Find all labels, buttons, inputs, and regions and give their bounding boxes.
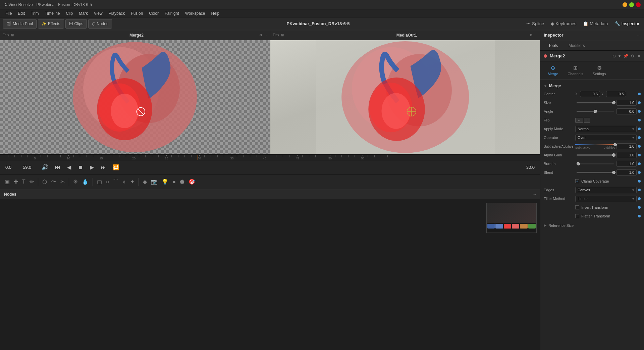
blend-value[interactable]: 1.0 <box>616 169 637 176</box>
viewer-icon-left[interactable]: ⊞ <box>11 33 14 37</box>
node-expand-btn[interactable]: ▾ <box>619 54 621 58</box>
clamp-coverage-dot[interactable] <box>638 180 641 183</box>
move-tool[interactable]: ✚ <box>12 177 19 186</box>
edges-dot[interactable] <box>638 189 641 191</box>
menu-file[interactable]: File <box>3 10 14 16</box>
flatten-transform-checkbox[interactable]: Flatten Transform <box>575 214 637 218</box>
tool-tab-channels[interactable]: ⊞ Channels <box>564 63 587 77</box>
stop-button[interactable]: ⏹ <box>76 163 85 172</box>
viewer-icon-right[interactable]: ⊞ <box>281 33 284 37</box>
tab-tools[interactable]: Tools <box>543 42 563 50</box>
viewer-more-left[interactable]: ··· <box>264 33 267 37</box>
effects-button[interactable]: ✨ Effects <box>38 19 64 29</box>
node-close-btn[interactable]: ✕ <box>637 54 641 58</box>
menu-fusion[interactable]: Fusion <box>128 10 146 16</box>
node-pin-btn[interactable]: 📌 <box>623 54 628 58</box>
rect-tool[interactable]: ▢ <box>96 177 103 186</box>
tool-tab-settings[interactable]: ⚙ Settings <box>589 63 610 77</box>
media-pool-button[interactable]: 🎬 Media Pool <box>3 19 37 29</box>
metadata-button[interactable]: 📋 Metadata <box>581 20 610 28</box>
text-tool[interactable]: T <box>21 178 27 186</box>
flatten-transform-box[interactable] <box>575 214 579 218</box>
bezier-tool[interactable]: ⌒ <box>112 177 120 187</box>
blend-slider[interactable] <box>577 172 614 173</box>
volume-icon[interactable]: 🔊 <box>40 163 50 172</box>
spline-tool[interactable]: 〜 <box>50 177 58 187</box>
menu-color[interactable]: Color <box>146 10 161 16</box>
invert-transform-checkbox[interactable]: Invert Transform <box>575 205 637 209</box>
menu-view[interactable]: View <box>91 10 105 16</box>
angle-value[interactable]: 0.0 <box>616 108 637 114</box>
clips-button[interactable]: 🎞 Clips <box>65 19 87 29</box>
3d-tool[interactable]: ◆ <box>142 177 148 186</box>
minimize-button[interactable] <box>623 2 627 7</box>
merge-section-header[interactable]: ▼ Merge <box>540 82 644 90</box>
alpha-gain-slider[interactable] <box>577 154 614 156</box>
filter-method-dropdown[interactable]: Linear ▾ <box>575 196 637 202</box>
menu-edit[interactable]: Edit <box>15 10 28 16</box>
menu-fairlight[interactable]: Fairlight <box>162 10 182 16</box>
center-x-value[interactable]: 0.5 <box>580 91 600 97</box>
viewer-fit-right[interactable]: Fit ▾ <box>273 33 279 37</box>
size-value[interactable]: 1.0 <box>616 100 637 106</box>
clamp-coverage-checkbox[interactable]: ✓ Clamp Coverage <box>575 179 637 183</box>
burn-in-slider[interactable] <box>577 163 614 164</box>
nodes-more-button[interactable]: ··· <box>533 192 536 197</box>
polygon-tool[interactable]: ⬡ <box>41 177 48 186</box>
invert-transform-dot[interactable] <box>638 206 641 209</box>
menu-help[interactable]: Help <box>209 10 222 16</box>
reference-size-section[interactable]: ▶ Reference Size <box>540 222 644 229</box>
step-back-button[interactable]: ◀ <box>66 163 72 172</box>
flip-h-button[interactable]: ↔ <box>575 118 583 123</box>
render-tool[interactable]: 🎯 <box>187 177 197 186</box>
circle-tool[interactable]: ○ <box>105 178 111 186</box>
select-tool[interactable]: ▣ <box>3 177 11 186</box>
edges-dropdown[interactable]: Canvas ▾ <box>575 187 637 193</box>
inspector-button[interactable]: 🔧 Inspector <box>613 20 641 28</box>
menu-playback[interactable]: Playback <box>106 10 128 16</box>
play-button[interactable]: ▶ <box>89 163 95 172</box>
clamp-coverage-box[interactable]: ✓ <box>575 179 579 183</box>
angle-slider[interactable] <box>577 111 614 112</box>
apply-mode-dropdown[interactable]: Normal ▾ <box>575 126 637 132</box>
sub-add-value[interactable]: 1.0 <box>616 143 637 149</box>
sub-add-dot[interactable] <box>638 145 641 148</box>
size-keyframe-dot[interactable] <box>638 101 641 104</box>
burn-in-value[interactable]: 1.0 <box>616 161 637 167</box>
skip-end-button[interactable]: ⏭ <box>99 163 107 172</box>
crop-tool[interactable]: ✂ <box>59 177 66 186</box>
viewer-fit-left[interactable]: Fit ▾ <box>3 33 9 37</box>
menu-clip[interactable]: Clip <box>63 10 75 16</box>
tool-tab-merge[interactable]: ⊕ Merge <box>544 63 562 77</box>
angle-keyframe-dot[interactable] <box>638 110 641 113</box>
flip-keyframe-dot[interactable] <box>638 119 641 121</box>
close-button[interactable] <box>636 2 641 7</box>
spline-button[interactable]: 〜 Spline <box>524 19 546 28</box>
material-tool[interactable]: ⬟ <box>178 177 186 186</box>
burn-in-dot[interactable] <box>638 162 641 165</box>
sub-add-slider[interactable] <box>575 144 615 145</box>
color-tool[interactable]: 💧 <box>80 177 90 186</box>
menu-workspace[interactable]: Workspace <box>182 10 208 16</box>
paint-tool[interactable]: ✏ <box>28 177 35 186</box>
nodes-canvas[interactable]: ▶ Polygon1 MediaIn1 ▶ Polygon2 <box>0 199 540 350</box>
loop-button[interactable]: 🔁 <box>111 163 121 172</box>
nodes-button[interactable]: ⬡ Nodes <box>88 19 112 29</box>
viewer-more-right[interactable]: ··· <box>535 33 537 37</box>
apply-mode-dot[interactable] <box>638 128 641 130</box>
flatten-transform-dot[interactable] <box>638 215 641 217</box>
menu-mark[interactable]: Mark <box>76 10 91 16</box>
alpha-gain-dot[interactable] <box>638 154 641 156</box>
menu-trim[interactable]: Trim <box>28 10 42 16</box>
center-keyframe-dot[interactable] <box>638 93 641 95</box>
brightness-tool[interactable]: ☀ <box>72 177 79 186</box>
operator-dot[interactable] <box>638 136 641 139</box>
node-settings-btn[interactable]: ⚙ <box>631 54 635 58</box>
operator-dropdown[interactable]: Over ▾ <box>575 135 637 141</box>
skip-start-button[interactable]: ⏮ <box>54 163 62 172</box>
particle-tool[interactable]: ✦ <box>129 177 136 186</box>
keyframes-button[interactable]: ◆ Keyframes <box>549 20 578 28</box>
size-slider[interactable] <box>577 102 614 103</box>
inspector-more-button[interactable]: ··· <box>637 33 641 38</box>
warp-tool[interactable]: ⟡ <box>121 178 127 186</box>
